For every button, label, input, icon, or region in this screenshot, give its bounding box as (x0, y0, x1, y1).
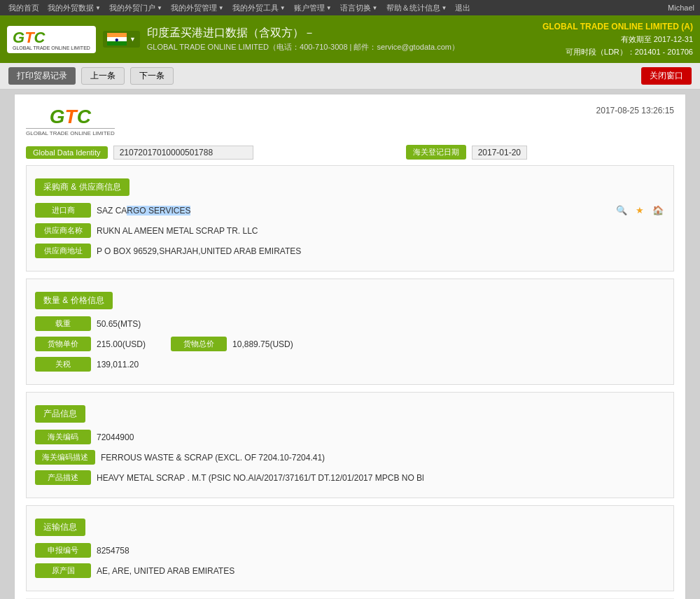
logo-subtitle: GLOBAL TRADE ONLINE LIMITED (13, 45, 90, 50)
hs-desc-row: 海关编码描述 FERROUS WASTE & SCRAP (EXCL. OF 7… (35, 450, 665, 465)
supplier-name-label: 供应商名称 (35, 223, 91, 238)
buyer-icons: 🔍 ★ 🏠 (615, 204, 665, 218)
total-price-value: 10,889.75(USD) (232, 339, 293, 349)
india-flag (107, 33, 127, 45)
dropdown-arrow: ▼ (280, 5, 286, 11)
dropdown-arrow: ▼ (95, 5, 101, 11)
supplier-address-row: 供应商地址 P O BOX 96529,SHARJAH,UNITED ARAB … (35, 244, 665, 258)
declaration-value: 8254758 (97, 546, 130, 556)
logo-box: G T C GLOBAL TRADE ONLINE LIMITED (7, 26, 96, 53)
company-name: GLOBAL TRADE ONLINE LIMITED (A) (542, 20, 693, 34)
declaration-row: 申报编号 8254758 (35, 543, 665, 558)
record-logo-sub: GLOBAL TRADE ONLINE LIMITED (26, 128, 115, 136)
close-button-top[interactable]: 关闭窗口 (641, 67, 692, 85)
header-right: GLOBAL TRADE ONLINE LIMITED (A) 有效期至 201… (542, 20, 693, 58)
total-price-label: 货物总价 (171, 337, 227, 351)
identity-row: Global Data Identity 2107201701000050178… (26, 145, 674, 160)
transport-header: 运输信息 (35, 519, 85, 536)
importer-label: 进口商 (35, 203, 91, 218)
quantity-price-section: 数量 & 价格信息 载重 50.65(MTS) 货物单价 215.00(USD)… (26, 279, 674, 385)
print-button-top[interactable]: 打印贸易记录 (8, 67, 76, 85)
user-name: Michael (668, 3, 694, 12)
product-section: 产品信息 海关编码 72044900 海关编码描述 FERROUS WASTE … (26, 392, 674, 498)
dropdown-arrow: ▼ (218, 5, 224, 11)
identity-value: 21072017010000501788 (113, 146, 253, 160)
origin-row: 原产国 AE, ARE, UNITED ARAB EMIRATES (35, 563, 665, 578)
hs-code-value: 72044900 (97, 432, 134, 442)
logo-t: T (24, 29, 34, 47)
hs-code-row: 海关编码 72044900 (35, 430, 665, 444)
nav-logout[interactable]: 退出 (452, 3, 473, 13)
supplier-name-row: 供应商名称 RUKN AL AMEEN METAL SCRAP TR. LLC (35, 223, 665, 238)
nav-tools[interactable]: 我的外贸工具 ▼ (230, 3, 288, 13)
top-toolbar: 打印贸易记录 上一条 下一条 关闭窗口 (0, 63, 700, 90)
prev-button-top[interactable]: 上一条 (81, 67, 125, 85)
buyer-supplier-section: 采购商 & 供应商信息 进口商 SAZ CARGO SERVICES 🔍 ★ 🏠… (26, 165, 674, 272)
nav-home[interactable]: 我的首页 (6, 3, 42, 13)
next-button-top[interactable]: 下一条 (130, 67, 174, 85)
nav-help[interactable]: 帮助＆统计信息 ▼ (384, 3, 450, 13)
header-title-area: 印度孟买港进口数据（含双方）－ GLOBAL TRADE ONLINE LIMI… (147, 26, 459, 52)
page-title: 印度孟买港进口数据（含双方）－ (147, 26, 459, 41)
supplier-address-label: 供应商地址 (35, 244, 91, 258)
customs-date-value: 2017-01-20 (472, 146, 527, 160)
product-header: 产品信息 (35, 405, 85, 423)
weight-value: 50.65(MTS) (97, 319, 141, 329)
logo-c: C (34, 29, 46, 47)
record-datetime: 2017-08-25 13:26:15 (596, 106, 674, 115)
hs-code-label: 海关编码 (35, 430, 91, 444)
product-desc-label: 产品描述 (35, 470, 91, 485)
importer-row: 进口商 SAZ CARGO SERVICES 🔍 ★ 🏠 (35, 203, 665, 218)
record-logo-t: T (65, 106, 77, 128)
declaration-label: 申报编号 (35, 543, 91, 558)
tax-value: 139,011.20 (97, 360, 139, 369)
nav-language[interactable]: 语言切换 ▼ (337, 3, 381, 13)
star-icon[interactable]: ★ (633, 204, 647, 218)
origin-label: 原产国 (35, 563, 91, 578)
product-desc-row: 产品描述 HEAVY METAL SCRAP . M.T (PSIC NO.AI… (35, 470, 665, 485)
origin-value: AE, ARE, UNITED ARAB EMIRATES (97, 566, 234, 576)
importer-value: SAZ CARGO SERVICES (97, 206, 190, 216)
unit-price-value: 215.00(USD) (97, 339, 146, 349)
price-row: 货物单价 215.00(USD) 货物总价 10,889.75(USD) (35, 337, 665, 351)
dropdown-arrow: ▼ (372, 5, 378, 11)
transport-section: 运输信息 申报编号 8254758 原产国 AE, ARE, UNITED AR… (26, 505, 674, 591)
flag-box: ▼ (103, 31, 140, 48)
nav-portal[interactable]: 我的外贸门户 ▼ (106, 3, 165, 13)
nav-trade-data[interactable]: 我的外贸数据 ▼ (45, 3, 104, 13)
tax-row: 关税 139,011.20 (35, 357, 665, 372)
supplier-address-value: P O BOX 96529,SHARJAH,UNITED ARAB EMIRAT… (97, 246, 301, 256)
dropdown-arrow[interactable]: ▼ (130, 36, 136, 43)
unit-price-label: 货物单价 (35, 337, 91, 351)
quantity-price-header: 数量 & 价格信息 (35, 292, 113, 309)
record-logo-c: C (77, 106, 91, 128)
home-icon[interactable]: 🏠 (651, 204, 665, 218)
record-logo-g: G (50, 106, 65, 128)
weight-row: 载重 50.65(MTS) (35, 316, 665, 331)
record-header: G T C GLOBAL TRADE ONLINE LIMITED 2017-0… (26, 106, 674, 136)
dropdown-arrow: ▼ (157, 5, 162, 11)
validity-text: 有效期至 2017-12-31 (542, 34, 693, 46)
dropdown-arrow: ▼ (442, 5, 447, 11)
nav-account[interactable]: 账户管理 ▼ (291, 3, 335, 13)
dropdown-arrow: ▼ (326, 5, 332, 11)
hs-desc-value: FERROUS WASTE & SCRAP (EXCL. OF 7204.10-… (101, 453, 325, 463)
ldr-text: 可用时段（LDR）：201401 - 201706 (542, 46, 693, 59)
record-logo: G T C GLOBAL TRADE ONLINE LIMITED (26, 106, 115, 136)
identity-label: Global Data Identity (26, 146, 108, 159)
top-nav-left: 我的首页 我的外贸数据 ▼ 我的外贸门户 ▼ 我的外贸管理 ▼ 我的外贸工具 ▼… (6, 3, 473, 13)
buyer-supplier-header: 采购商 & 供应商信息 (35, 178, 130, 196)
weight-label: 载重 (35, 316, 91, 331)
main-content: G T C GLOBAL TRADE ONLINE LIMITED 2017-0… (14, 94, 686, 599)
tax-label: 关税 (35, 357, 91, 372)
nav-management[interactable]: 我的外贸管理 ▼ (168, 3, 227, 13)
product-desc-value: HEAVY METAL SCRAP . M.T (PSIC NO.AIA/201… (97, 473, 424, 483)
search-icon[interactable]: 🔍 (615, 204, 629, 218)
header-left: G T C GLOBAL TRADE ONLINE LIMITED ▼ 印度孟买… (7, 26, 459, 53)
header-bar: G T C GLOBAL TRADE ONLINE LIMITED ▼ 印度孟买… (0, 15, 700, 63)
importer-highlight: RGO SERVICES (127, 206, 190, 216)
hs-desc-label: 海关编码描述 (35, 450, 95, 465)
supplier-name-value: RUKN AL AMEEN METAL SCRAP TR. LLC (97, 226, 258, 236)
top-navigation: 我的首页 我的外贸数据 ▼ 我的外贸门户 ▼ 我的外贸管理 ▼ 我的外贸工具 ▼… (0, 0, 700, 15)
header-subtitle: GLOBAL TRADE ONLINE LIMITED（电话：400-710-3… (147, 42, 459, 52)
